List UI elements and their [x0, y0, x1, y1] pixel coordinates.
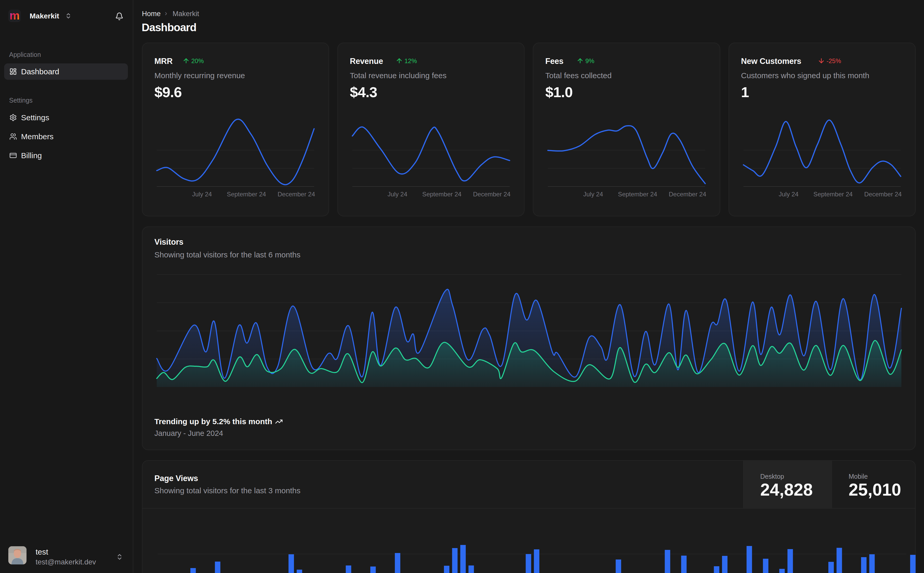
- svg-text:m: m: [9, 9, 19, 22]
